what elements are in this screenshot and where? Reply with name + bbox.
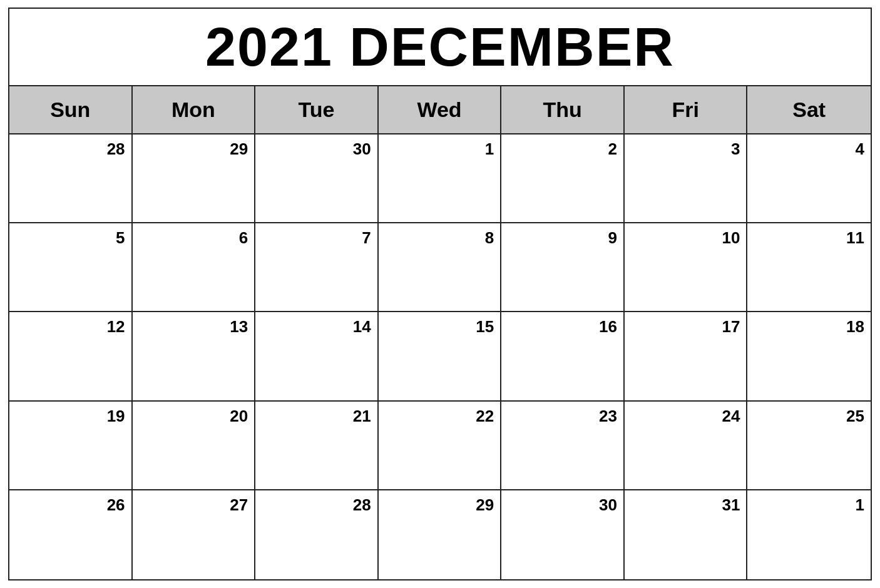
day-cell: 4: [747, 134, 871, 223]
day-number: 28: [353, 495, 371, 514]
day-number: 11: [846, 228, 864, 247]
day-number: 29: [230, 139, 248, 158]
day-number: 24: [722, 407, 740, 425]
day-cell: 30: [255, 134, 379, 223]
day-number: 27: [230, 495, 248, 514]
weeks: 2829301234567891011121314151617181920212…: [9, 134, 871, 579]
day-cell: 1: [379, 134, 502, 223]
day-number: 5: [116, 228, 125, 247]
day-number: 8: [485, 228, 494, 247]
day-cell: 10: [625, 223, 748, 312]
day-header: Thu: [501, 86, 625, 134]
week-row: 2829301234: [9, 134, 871, 223]
day-number: 15: [476, 317, 494, 336]
day-number: 29: [476, 495, 494, 514]
day-cell: 21: [255, 402, 379, 490]
day-number: 30: [353, 139, 371, 158]
day-number: 9: [608, 228, 617, 247]
day-number: 12: [107, 317, 125, 336]
calendar: 2021 DECEMBER SunMonTueWedThuFriSat 2829…: [8, 8, 872, 580]
day-cell: 6: [133, 223, 256, 312]
day-cell: 28: [255, 490, 379, 579]
calendar-header: 2021 DECEMBER: [9, 9, 871, 86]
day-header: Mon: [133, 86, 256, 134]
day-cell: 1: [747, 490, 871, 579]
day-cell: 22: [379, 402, 502, 490]
day-cell: 17: [625, 312, 748, 401]
day-number: 10: [722, 228, 740, 247]
day-cell: 25: [747, 402, 871, 490]
day-cell: 19: [9, 402, 133, 490]
day-cell: 13: [133, 312, 256, 401]
day-number: 14: [353, 317, 371, 336]
day-cell: 7: [255, 223, 379, 312]
day-cell: 8: [379, 223, 502, 312]
day-number: 7: [362, 228, 371, 247]
day-number: 1: [856, 495, 864, 514]
week-row: 19202122232425: [9, 402, 871, 490]
day-cell: 20: [133, 402, 256, 490]
day-cell: 9: [501, 223, 625, 312]
day-cell: 29: [379, 490, 502, 579]
day-cell: 30: [501, 490, 625, 579]
day-number: 20: [230, 407, 248, 425]
day-cell: 11: [747, 223, 871, 312]
day-cell: 14: [255, 312, 379, 401]
day-number: 4: [856, 139, 864, 158]
day-number: 17: [722, 317, 740, 336]
day-cell: 28: [9, 134, 133, 223]
day-number: 13: [230, 317, 248, 336]
day-number: 2: [608, 139, 617, 158]
day-number: 6: [239, 228, 248, 247]
day-number: 23: [599, 407, 617, 425]
day-cell: 5: [9, 223, 133, 312]
day-header: Sat: [747, 86, 871, 134]
day-number: 28: [107, 139, 125, 158]
week-row: 2627282930311: [9, 490, 871, 579]
day-cell: 2: [501, 134, 625, 223]
day-cell: 26: [9, 490, 133, 579]
day-number: 21: [353, 407, 371, 425]
day-number: 19: [107, 407, 125, 425]
day-cell: 3: [625, 134, 748, 223]
week-row: 12131415161718: [9, 312, 871, 401]
calendar-grid: SunMonTueWedThuFriSat 282930123456789101…: [9, 86, 871, 579]
week-row: 567891011: [9, 223, 871, 312]
day-cell: 16: [501, 312, 625, 401]
day-number: 3: [731, 139, 740, 158]
day-header: Sun: [9, 86, 133, 134]
day-number: 16: [599, 317, 617, 336]
day-header: Tue: [255, 86, 379, 134]
day-cell: 15: [379, 312, 502, 401]
day-cell: 18: [747, 312, 871, 401]
calendar-title: 2021 DECEMBER: [9, 15, 871, 79]
day-number: 22: [476, 407, 494, 425]
day-number: 18: [846, 317, 864, 336]
day-number: 1: [485, 139, 494, 158]
day-cell: 29: [133, 134, 256, 223]
day-number: 30: [599, 495, 617, 514]
day-headers: SunMonTueWedThuFriSat: [9, 86, 871, 134]
day-cell: 31: [625, 490, 748, 579]
day-cell: 12: [9, 312, 133, 401]
day-cell: 27: [133, 490, 256, 579]
day-header: Fri: [625, 86, 748, 134]
day-number: 26: [107, 495, 125, 514]
day-header: Wed: [379, 86, 502, 134]
day-number: 31: [722, 495, 740, 514]
day-number: 25: [846, 407, 864, 425]
day-cell: 23: [501, 402, 625, 490]
day-cell: 24: [625, 402, 748, 490]
